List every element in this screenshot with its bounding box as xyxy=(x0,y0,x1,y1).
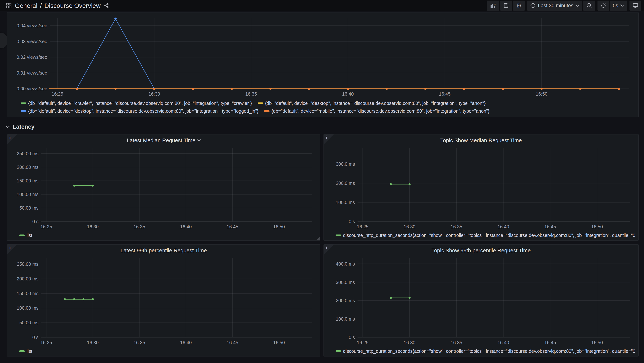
section-latency-toggle[interactable]: Latency xyxy=(6,122,34,132)
panel-title[interactable]: Topic Show 99th percentile Request Time xyxy=(327,246,636,255)
panel-info-icon[interactable]: i xyxy=(7,134,17,144)
x-tick-label: 16:30 xyxy=(87,340,99,345)
topic-99-chart[interactable]: 16:2516:3016:3516:4016:4516:500 s100.0 m… xyxy=(327,255,636,347)
kiosk-mode-button[interactable] xyxy=(630,0,642,10)
legend-item[interactable]: {db="default", device="desktop", instanc… xyxy=(21,108,258,114)
legend-item[interactable]: discourse_http_duration_seconds{action="… xyxy=(336,348,636,354)
series-point xyxy=(92,298,94,300)
legend-item[interactable]: discourse_http_duration_seconds{action="… xyxy=(336,232,636,238)
x-tick-label: 16:40 xyxy=(180,224,192,229)
x-tick-label: 16:40 xyxy=(498,224,509,229)
x-tick-label: 16:25 xyxy=(357,224,368,229)
x-tick-label: 16:25 xyxy=(40,340,52,345)
series-point xyxy=(231,88,233,90)
y-tick-label: 100.00 ms xyxy=(17,192,38,197)
y-tick-label: 300.0 ms xyxy=(336,280,355,285)
series-point xyxy=(618,88,620,90)
x-tick-label: 16:35 xyxy=(134,224,145,229)
latest-median-chart[interactable]: 16:2516:3016:3516:4016:4516:500 s50.00 m… xyxy=(10,145,317,231)
series-point xyxy=(192,88,194,90)
legend-item[interactable]: list xyxy=(19,232,32,238)
y-tick-label: 200.0 ms xyxy=(336,298,355,303)
y-tick-label: 250.00 ms xyxy=(17,262,38,267)
series-point xyxy=(73,298,75,300)
series-point xyxy=(540,88,543,90)
series-point xyxy=(73,185,75,187)
series-point xyxy=(76,88,78,90)
y-tick-label: 50.00 ms xyxy=(19,320,38,325)
legend-swatch xyxy=(21,110,26,112)
legend-item[interactable]: list xyxy=(19,348,32,354)
dashboard-settings-button[interactable]: ⚙ xyxy=(513,0,524,10)
y-tick-label: 150.00 ms xyxy=(17,178,38,183)
y-tick-label: 0.01 views/sec xyxy=(16,70,47,76)
panel-topic-median: i Topic Show Median Request Time 16:2516… xyxy=(324,134,638,241)
pageviews-chart[interactable]: 16:2516:3016:3516:4016:4516:500.00 views… xyxy=(10,14,636,99)
x-tick-label: 16:50 xyxy=(273,224,285,229)
panel-topic-99: i Topic Show 99th percentile Request Tim… xyxy=(324,244,638,356)
y-tick-label: 0 s xyxy=(349,219,355,224)
topic-median-chart[interactable]: 16:2516:3016:3516:4016:4516:500 s100.0 m… xyxy=(327,145,636,231)
breadcrumb-dashboard-title[interactable]: Discourse Overview xyxy=(44,2,100,9)
x-tick-label: 16:35 xyxy=(450,224,462,229)
legend-item[interactable]: {db="default", device="crawler", instanc… xyxy=(21,100,252,106)
refresh-interval-picker[interactable]: 5s xyxy=(610,0,627,10)
legend-item[interactable]: {db="default", device="desktop", instanc… xyxy=(258,100,486,106)
breadcrumb-separator: / xyxy=(40,2,42,9)
zoom-out-button[interactable] xyxy=(583,0,595,10)
chevron-down-icon xyxy=(197,139,201,142)
x-tick-label: 16:50 xyxy=(536,91,548,96)
latest-median-legend: list xyxy=(10,231,317,239)
panel-info-icon[interactable]: i xyxy=(324,244,334,254)
x-tick-label: 16:45 xyxy=(544,224,556,229)
y-tick-label: 100.0 ms xyxy=(336,200,355,205)
refresh-button[interactable] xyxy=(598,0,610,10)
y-tick-label: 0.02 views/sec xyxy=(16,54,47,60)
y-tick-label: 100.00 ms xyxy=(17,305,38,310)
panel-title[interactable]: Latest Median Request Time xyxy=(10,136,317,145)
panel-resize-handle[interactable] xyxy=(316,237,320,240)
series-point xyxy=(390,297,392,299)
dashboard-canvas: 16:2516:3016:3516:4016:4516:500.00 views… xyxy=(0,11,644,363)
add-panel-button[interactable] xyxy=(487,0,499,10)
chevron-down-icon xyxy=(620,4,624,7)
topic-median-legend: discourse_http_duration_seconds{action="… xyxy=(327,231,636,239)
share-icon[interactable] xyxy=(104,3,109,8)
panel-title[interactable]: Latest 99th percentile Request Time xyxy=(10,246,317,255)
gear-icon: ⚙ xyxy=(516,2,522,9)
series-point xyxy=(114,88,117,90)
legend-swatch xyxy=(19,350,25,352)
chart-svg: 16:2516:3016:3516:4016:4516:500 s100.0 m… xyxy=(327,145,636,231)
x-tick-label: 16:35 xyxy=(245,91,257,96)
monitor-icon xyxy=(632,2,638,8)
series-point xyxy=(386,88,388,90)
x-tick-label: 16:35 xyxy=(134,340,145,345)
legend-swatch xyxy=(21,102,26,104)
breadcrumb-folder[interactable]: General xyxy=(15,2,38,9)
legend-label: list xyxy=(26,232,32,238)
x-tick-label: 16:40 xyxy=(342,91,354,96)
panel-latest-median: i Latest Median Request Time 16:2516:301… xyxy=(7,134,320,241)
legend-item[interactable]: {db="default", device="mobile", instance… xyxy=(264,108,490,114)
panel-info-icon[interactable]: i xyxy=(324,134,334,144)
x-tick-label: 16:30 xyxy=(87,224,99,229)
series-point xyxy=(502,88,504,90)
save-dashboard-button[interactable] xyxy=(500,0,512,10)
topic-99-legend: discourse_http_duration_seconds{action="… xyxy=(327,347,636,355)
series-point xyxy=(408,297,410,299)
series-point xyxy=(347,88,349,90)
y-tick-label: 200.00 ms xyxy=(17,276,38,281)
latest-99-chart[interactable]: 16:2516:3016:3516:4016:4516:500 s50.00 m… xyxy=(10,255,317,347)
panel-title[interactable]: Topic Show Median Request Time xyxy=(327,136,636,145)
series-point xyxy=(269,88,272,90)
chart-svg: 16:2516:3016:3516:4016:4516:500 s50.00 m… xyxy=(10,145,317,231)
x-tick-label: 16:30 xyxy=(404,224,416,229)
panel-info-icon[interactable]: i xyxy=(7,244,17,254)
y-tick-label: 250.00 ms xyxy=(17,151,38,156)
legend-swatch xyxy=(264,110,270,112)
x-tick-label: 16:45 xyxy=(544,340,556,345)
refresh-group: 5s xyxy=(598,0,627,10)
time-range-picker[interactable]: Last 30 minutes xyxy=(527,0,582,10)
y-tick-label: 0 s xyxy=(32,335,38,340)
x-tick-label: 16:45 xyxy=(226,224,238,229)
